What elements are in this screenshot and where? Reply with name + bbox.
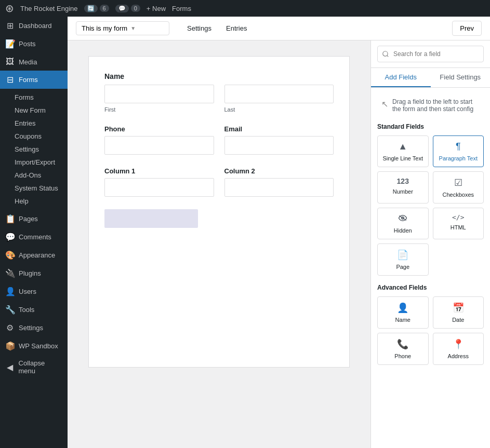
standard-fields-title: Standard Fields [377, 123, 484, 130]
sidebar-item-label: Users [19, 288, 36, 295]
name-field-icon: 👤 [397, 302, 408, 314]
last-name-input[interactable] [224, 85, 334, 103]
date-label: Date [452, 317, 464, 323]
sidebar-item-media[interactable]: 🖼 Media [0, 53, 68, 71]
submenu-system-status[interactable]: System Status [0, 182, 68, 195]
field-card-date[interactable]: 📅 Date [433, 296, 484, 329]
phone-field: Phone [104, 125, 214, 155]
new-item[interactable]: + New [147, 5, 166, 12]
chevron-down-icon: ▼ [130, 25, 136, 31]
sidebar-item-users[interactable]: 👤 Users [0, 282, 68, 301]
sidebar-item-posts[interactable]: 📝 Posts [0, 35, 68, 53]
html-icon: </> [452, 213, 464, 221]
field-card-phone[interactable]: 📞 Phone [377, 333, 429, 365]
email-field: Email [224, 125, 334, 155]
form-canvas: Name First Last Ph [68, 40, 370, 448]
collapse-menu-button[interactable]: ◀ Collapse menu [0, 355, 68, 379]
advanced-fields-grid: 👤 Name 📅 Date 📞 Phone 📍 [377, 296, 484, 365]
email-label: Email [224, 125, 334, 133]
field-card-name[interactable]: 👤 Name [377, 296, 429, 329]
settings-icon: ⚙ [5, 323, 15, 333]
sidebar-item-settings[interactable]: ⚙ Settings [0, 319, 68, 337]
sidebar-item-tools[interactable]: 🔧 Tools [0, 301, 68, 319]
form-toolbar: This is my form ▼ Settings Entries Prev [68, 17, 490, 40]
html-label: HTML [451, 224, 466, 230]
wp-logo[interactable]: ⊛ [5, 2, 14, 15]
address-icon: 📍 [453, 338, 464, 350]
forms-icon: ⊟ [5, 75, 15, 85]
tab-field-settings[interactable]: Field Settings [431, 68, 491, 87]
field-card-number[interactable]: 123 Number [377, 171, 429, 203]
phone-input[interactable] [104, 136, 214, 155]
first-name-input[interactable] [104, 85, 214, 103]
plugins-icon: 🔌 [5, 268, 15, 278]
entries-nav-item[interactable]: Entries [219, 20, 254, 36]
submenu-new-form[interactable]: New Form [0, 104, 68, 117]
date-icon: 📅 [453, 302, 464, 314]
form-selector-dropdown[interactable]: This is my form ▼ [76, 21, 169, 35]
sidebar-item-plugins[interactable]: 🔌 Plugins [0, 264, 68, 282]
sidebar-item-appearance[interactable]: 🎨 Appearance [0, 246, 68, 264]
standard-fields-grid: ▲ Single Line Text ¶ Paragraph Text 123 … [377, 135, 484, 276]
name-row-label: Name [104, 72, 334, 80]
submenu-add-ons[interactable]: Add-Ons [0, 169, 68, 182]
appearance-icon: 🎨 [5, 250, 15, 260]
name-field-label: Name [395, 317, 410, 323]
phone-field-label: Phone [394, 353, 411, 359]
field-card-address[interactable]: 📍 Address [433, 333, 484, 365]
column2-field: Column 2 [224, 167, 334, 197]
field-card-hidden[interactable]: Hidden [377, 208, 429, 239]
last-name-sublabel: Last [224, 106, 334, 113]
sidebar-item-label: Pages [19, 215, 38, 223]
phone-email-row: Phone Email [104, 125, 334, 155]
updates-item[interactable]: 🔄 6 [84, 5, 109, 12]
field-card-single-line[interactable]: ▲ Single Line Text [377, 135, 429, 167]
field-card-checkboxes[interactable]: ☑ Checkboxes [433, 171, 484, 203]
wpsandbox-icon: 📦 [5, 341, 15, 351]
site-name[interactable]: The Rocket Engine [20, 5, 78, 12]
sidebar-item-pages[interactable]: 📋 Pages [0, 210, 68, 228]
single-line-icon: ▲ [398, 141, 407, 152]
sidebar: ⊞ Dashboard 📝 Posts 🖼 Media ⊟ Forms Form… [0, 17, 68, 448]
preview-button[interactable]: Prev [452, 21, 482, 36]
page-icon: 📄 [397, 249, 408, 261]
name-row: First Last [104, 85, 334, 113]
sidebar-item-dashboard[interactable]: ⊞ Dashboard [0, 17, 68, 35]
last-name-field: Last [224, 85, 334, 113]
address-label: Address [448, 353, 469, 359]
submenu-import-export[interactable]: Import/Export [0, 156, 68, 169]
column2-label: Column 2 [224, 167, 334, 175]
sidebar-item-comments[interactable]: 💬 Comments [0, 228, 68, 246]
settings-nav-item[interactable]: Settings [180, 20, 219, 36]
right-panel: Add Fields Field Settings ↖ Drag a field… [370, 40, 490, 448]
drag-arrow-icon: ↖ [381, 99, 388, 109]
submenu-coupons[interactable]: Coupons [0, 130, 68, 143]
submenu-help[interactable]: Help [0, 195, 68, 208]
advanced-fields-title: Advanced Fields [377, 284, 484, 291]
users-icon: 👤 [5, 287, 15, 296]
sidebar-item-forms[interactable]: ⊟ Forms [0, 71, 68, 89]
submenu-settings[interactable]: Settings [0, 143, 68, 156]
field-card-html[interactable]: </> HTML [433, 208, 484, 239]
field-card-page[interactable]: 📄 Page [377, 243, 429, 276]
column2-input[interactable] [224, 178, 334, 197]
toolbar-nav: Settings Entries [180, 20, 254, 36]
tab-add-fields[interactable]: Add Fields [371, 68, 431, 87]
forms-bar-item[interactable]: Forms [172, 5, 191, 12]
content-area: This is my form ▼ Settings Entries Prev … [68, 17, 490, 448]
phone-field-icon: 📞 [397, 338, 408, 350]
email-input[interactable] [224, 136, 334, 155]
submenu-entries[interactable]: Entries [0, 117, 68, 130]
sidebar-item-wpsandbox[interactable]: 📦 WP Sandbox [0, 337, 68, 355]
first-name-sublabel: First [104, 106, 214, 113]
sidebar-item-label: Tools [19, 306, 34, 314]
field-card-paragraph[interactable]: ¶ Paragraph Text [433, 135, 484, 167]
number-label: Number [393, 188, 413, 195]
comments-item[interactable]: 💬 0 [115, 5, 140, 12]
submenu-forms[interactable]: Forms [0, 91, 68, 104]
column1-input[interactable] [104, 178, 214, 197]
number-icon: 123 [397, 177, 409, 185]
field-search-container [371, 40, 490, 68]
form-name: This is my form [82, 24, 127, 32]
field-search-input[interactable] [377, 46, 484, 62]
